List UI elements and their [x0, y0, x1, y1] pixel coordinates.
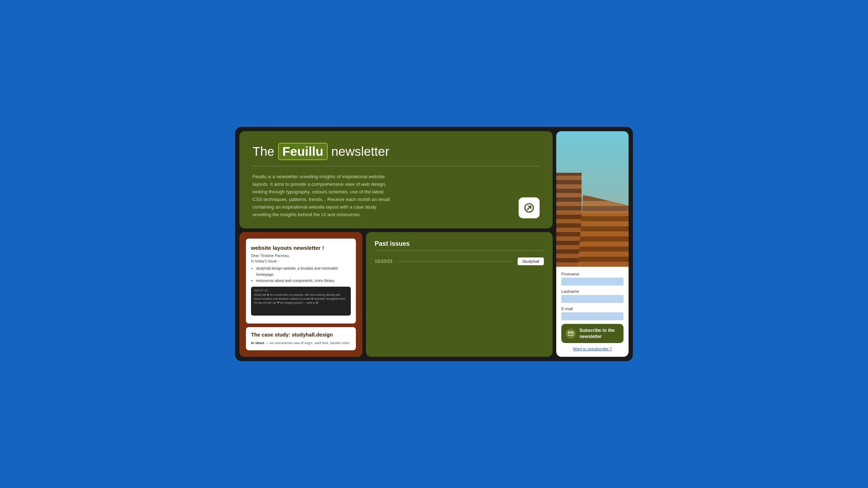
header-title: The Feuillu newsletter	[252, 143, 540, 160]
case-study-text: In short — An uncommon use of svg's, ser…	[251, 341, 351, 346]
bottom-row: website layouts newsletter ! Dear Téotim…	[239, 232, 553, 357]
email-input[interactable]	[561, 312, 624, 320]
right-section: Firstname Lastname E-mail Subscribe to t…	[556, 131, 629, 357]
left-section: The Feuillu newsletter Feuillu is a news…	[239, 131, 553, 357]
header-description: Feuillu is a newsletter unveiling insigh…	[252, 173, 390, 218]
arrow-icon	[524, 203, 534, 213]
issue-date: 15/10/23	[375, 259, 392, 264]
email-label: E-mail	[561, 307, 624, 311]
nl-item-2: ressources about web components, icons l…	[256, 278, 351, 284]
building-left	[556, 173, 582, 267]
screenshot-box: ABOUT US Study hall ✿ is a small team on…	[251, 287, 351, 316]
unsubscribe-link[interactable]: Want to unsubscribe ?	[561, 347, 624, 351]
about-text: Study hall ✿ is a small team on purpose.…	[254, 293, 348, 305]
nl-items: studyhall.design website, a brutalist an…	[251, 265, 351, 284]
header-divider	[252, 166, 540, 166]
case-study-body: — An uncommon use of svg's, serif font, …	[265, 341, 349, 345]
header-card: The Feuillu newsletter Feuillu is a news…	[239, 131, 553, 228]
lastname-label: Lastname	[561, 289, 624, 294]
form-panel: Firstname Lastname E-mail Subscribe to t…	[556, 267, 629, 356]
past-issues-divider	[375, 251, 544, 251]
issue-tag[interactable]: Studyhall	[518, 257, 544, 265]
subscribe-btn-text: Subscribe to the newsletter	[579, 328, 619, 339]
nl-title: website layouts newsletter !	[251, 244, 351, 252]
screenshot-inner: ABOUT US Study hall ✿ is a small team on…	[251, 287, 351, 307]
firstname-label: Firstname	[561, 272, 624, 276]
nl-greeting: Dear Téotime Pacreau,	[251, 254, 351, 258]
past-issues-card: Past issues 15/10/23 Studyhall	[366, 232, 553, 357]
newsletter-paper: website layouts newsletter ! Dear Téotim…	[246, 239, 356, 324]
photo-panel-inner	[556, 131, 629, 267]
title-suffix: newsletter	[331, 144, 389, 159]
nl-today: In today's issue :	[251, 259, 351, 263]
envelope-icon	[568, 331, 574, 337]
lastname-input[interactable]	[561, 295, 624, 303]
photo-panel	[556, 131, 629, 267]
case-study-title: The case study: studyhall.design	[251, 331, 351, 338]
about-label: ABOUT US	[254, 289, 348, 292]
issue-row: 15/10/23 Studyhall	[375, 257, 544, 265]
firstname-input[interactable]	[561, 278, 624, 286]
arrow-button[interactable]	[519, 197, 540, 218]
subscribe-button[interactable]: Subscribe to the newsletter	[561, 324, 624, 343]
past-issues-title: Past issues	[375, 240, 544, 248]
nl-item-1: studyhall.design website, a brutalist an…	[256, 265, 351, 278]
issue-line	[397, 261, 512, 262]
preview-card: website layouts newsletter ! Dear Téotim…	[239, 232, 362, 357]
subscribe-icon	[566, 329, 576, 339]
case-study-section: The case study: studyhall.design In shor…	[246, 327, 356, 350]
brand-name: Feuillu	[278, 143, 328, 160]
main-container: The Feuillu newsletter Feuillu is a news…	[235, 127, 633, 361]
title-prefix: The	[252, 144, 275, 159]
building-right	[578, 194, 629, 267]
